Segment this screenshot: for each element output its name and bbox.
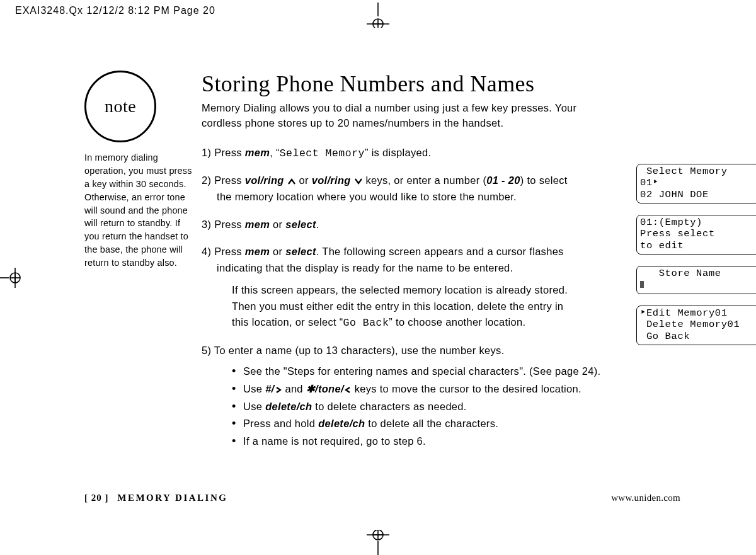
note-sidebar: note In memory dialing operation, you mu… <box>84 71 192 270</box>
section-name: MEMORY DIALING <box>117 493 227 503</box>
crop-mark-bottom-icon <box>353 530 403 555</box>
footer-url: www.uniden.com <box>611 493 680 503</box>
note-body: In memory dialing operation, you must pr… <box>84 151 195 270</box>
arrow-left-icon <box>344 386 352 394</box>
lcd-select-memory: Select Memory 01‣ 02 JOHN DOE <box>636 164 756 203</box>
main-column: Storing Phone Numbers and Names Memory D… <box>202 71 687 461</box>
step-2: 2) Press vol/ring or vol/ring keys, or e… <box>202 173 580 205</box>
crop-mark-top-icon <box>353 3 403 28</box>
page: EXAI3248.Qx 12/12/2 8:12 PM Page 20 note… <box>0 0 756 555</box>
step-3: 3) Press mem or select. <box>202 217 580 233</box>
step-5-bullets: See the "Steps for entering names and sp… <box>232 363 687 449</box>
arrow-right-icon <box>275 386 282 394</box>
page-footer: [ 20 ] MEMORY DIALING www.uniden.com <box>84 493 680 503</box>
step-5: 5) To enter a name (up to 13 characters)… <box>202 343 687 449</box>
step-4: 4) Press mem or select. The following sc… <box>202 244 580 331</box>
lcd-column: Select Memory 01‣ 02 JOHN DOE 01:(Empty)… <box>636 164 756 357</box>
arrow-up-icon <box>287 178 296 185</box>
note-badge: note <box>84 71 156 142</box>
lcd-edit-menu: ‣Edit Memory01 Delete Memory01 Go Back <box>636 306 756 345</box>
star-icon: ✱ <box>306 383 315 394</box>
bullet-4: Press and hold delete/ch to delete all t… <box>232 416 687 432</box>
printer-slug: EXAI3248.Qx 12/12/2 8:12 PM Page 20 <box>15 5 215 16</box>
bullet-2: Use #/ and ✱/tone/ keys to move the curs… <box>232 381 687 398</box>
note-badge-label: note <box>105 96 136 117</box>
step-4-sub: If this screen appears, the selected mem… <box>217 282 580 331</box>
arrow-down-icon <box>354 178 363 185</box>
crop-mark-left-icon <box>0 259 21 297</box>
bullet-1: See the "Steps for entering names and sp… <box>232 363 687 380</box>
lcd-store-name: Store Name <box>636 266 756 294</box>
intro-paragraph: Memory Dialing allows you to dial a numb… <box>202 101 617 131</box>
page-number: [ 20 ] <box>84 493 109 503</box>
page-title: Storing Phone Numbers and Names <box>202 71 687 97</box>
bullet-3: Use delete/ch to delete characters as ne… <box>232 399 687 415</box>
cursor-icon <box>640 281 644 288</box>
bullet-5: If a name is not required, go to step 6. <box>232 433 687 450</box>
step-1: 1) Press mem, “Select Memory” is display… <box>202 145 580 162</box>
lcd-empty: 01:(Empty) Press select to edit <box>636 215 756 255</box>
steps-list: 1) Press mem, “Select Memory” is display… <box>202 145 687 449</box>
